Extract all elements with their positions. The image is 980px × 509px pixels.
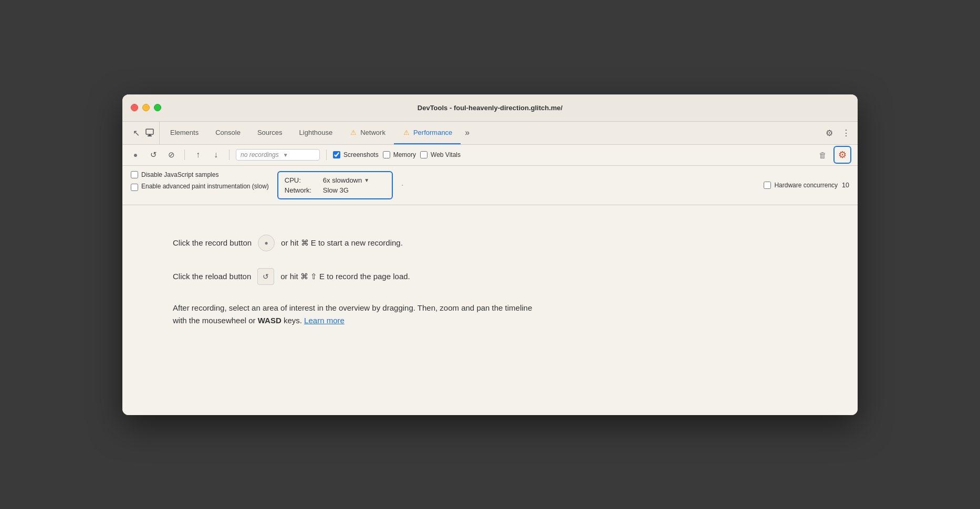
settings-row: Disable JavaScript samples Enable advanc… xyxy=(131,171,849,199)
network-row: Network: Slow 3G xyxy=(285,185,385,195)
cursor-icon[interactable]: ↖ xyxy=(131,128,141,138)
cpu-select[interactable]: 6x slowdown ▼ xyxy=(323,176,369,184)
main-content: Click the record button ● or hit ⌘ E to … xyxy=(122,205,858,415)
network-warning-icon: ⚠ xyxy=(349,128,358,136)
recordings-dropdown[interactable]: no recordings ▼ xyxy=(236,149,320,161)
reload-inline-icon: ↺ xyxy=(257,268,274,285)
clear-button[interactable]: 🗑 xyxy=(816,148,829,162)
tab-lighthouse[interactable]: Lighthouse xyxy=(291,122,341,144)
reload-info-line: Click the reload button ↺ or hit ⌘ ⇧ E t… xyxy=(173,268,410,285)
tab-network[interactable]: ⚠ Network xyxy=(341,122,394,144)
info-section: Click the record button ● or hit ⌘ E to … xyxy=(131,214,849,348)
svg-rect-2 xyxy=(149,134,151,135)
inspect-icon[interactable] xyxy=(144,128,155,138)
stop-button[interactable]: ⊘ xyxy=(164,148,178,162)
toolbar: ● ↺ ⊘ ↑ ↓ no recordings ▼ Screenshots Me… xyxy=(122,145,858,166)
toolbar-divider-1 xyxy=(184,150,185,160)
web-vitals-checkbox-input[interactable] xyxy=(420,151,428,158)
tab-bar: ↖ Elements Console Sources Lighthouse xyxy=(122,122,858,145)
hardware-concurrency-checkbox[interactable]: Hardware concurrency xyxy=(764,182,838,189)
record-info-line: Click the record button ● or hit ⌘ E to … xyxy=(173,235,403,251)
devtools-window: DevTools - foul-heavenly-direction.glitc… xyxy=(122,94,858,415)
tab-items: Elements Console Sources Lighthouse ⚠ Ne… xyxy=(162,122,822,144)
performance-settings-button[interactable]: ⚙ xyxy=(833,146,851,164)
hardware-concurrency: Hardware concurrency 10 xyxy=(764,182,849,189)
performance-warning-icon: ⚠ xyxy=(402,128,411,136)
record-button[interactable]: ● xyxy=(129,148,142,162)
record-inline-icon: ● xyxy=(258,235,275,251)
disable-js-samples-input[interactable] xyxy=(131,171,138,178)
separator-dot: · xyxy=(401,179,404,190)
cpu-dropdown-arrow: ▼ xyxy=(364,177,369,183)
traffic-lights xyxy=(131,104,161,111)
enable-paint-input[interactable] xyxy=(131,184,138,191)
window-title: DevTools - foul-heavenly-direction.glitc… xyxy=(418,104,562,112)
minimize-button[interactable] xyxy=(142,104,150,111)
settings-panel: Disable JavaScript samples Enable advanc… xyxy=(122,166,858,205)
screenshots-checkbox-input[interactable] xyxy=(333,151,340,158)
more-options-button[interactable]: ⋮ xyxy=(839,125,853,140)
svg-rect-1 xyxy=(148,135,152,136)
recordings-dropdown-arrow: ▼ xyxy=(283,152,288,158)
download-button[interactable]: ↓ xyxy=(209,148,223,162)
tab-elements[interactable]: Elements xyxy=(162,122,207,144)
settings-button[interactable]: ⚙ xyxy=(822,125,837,140)
tab-performance[interactable]: ⚠ Performance xyxy=(394,122,461,144)
toolbar-divider-2 xyxy=(229,150,230,160)
web-vitals-checkbox[interactable]: Web Vitals xyxy=(420,151,461,158)
enable-paint-checkbox[interactable]: Enable advanced paint instrumentation (s… xyxy=(131,183,269,191)
maximize-button[interactable] xyxy=(154,104,161,111)
memory-checkbox[interactable]: Memory xyxy=(383,151,416,158)
close-button[interactable] xyxy=(131,104,138,111)
upload-button[interactable]: ↑ xyxy=(191,148,205,162)
memory-checkbox-input[interactable] xyxy=(383,151,390,158)
cursor-tools: ↖ xyxy=(127,122,160,144)
cpu-row: CPU: 6x slowdown ▼ xyxy=(285,175,385,185)
cpu-network-box: CPU: 6x slowdown ▼ Network: Slow 3G xyxy=(277,171,393,199)
hardware-concurrency-input[interactable] xyxy=(764,182,771,189)
info-description: After recording, select an area of inter… xyxy=(173,302,540,327)
toolbar-divider-3 xyxy=(326,150,327,160)
tab-more-button[interactable]: » xyxy=(461,122,474,144)
tab-sources[interactable]: Sources xyxy=(249,122,291,144)
screenshots-checkbox[interactable]: Screenshots xyxy=(333,151,379,158)
title-bar: DevTools - foul-heavenly-direction.glitc… xyxy=(122,94,858,122)
disable-js-samples-checkbox[interactable]: Disable JavaScript samples xyxy=(131,171,269,178)
svg-rect-0 xyxy=(146,129,153,134)
learn-more-link[interactable]: Learn more xyxy=(304,316,345,325)
tab-actions: ⚙ ⋮ xyxy=(822,122,853,144)
settings-checkboxes: Disable JavaScript samples Enable advanc… xyxy=(131,171,269,191)
reload-button[interactable]: ↺ xyxy=(147,148,160,162)
tab-console[interactable]: Console xyxy=(207,122,249,144)
